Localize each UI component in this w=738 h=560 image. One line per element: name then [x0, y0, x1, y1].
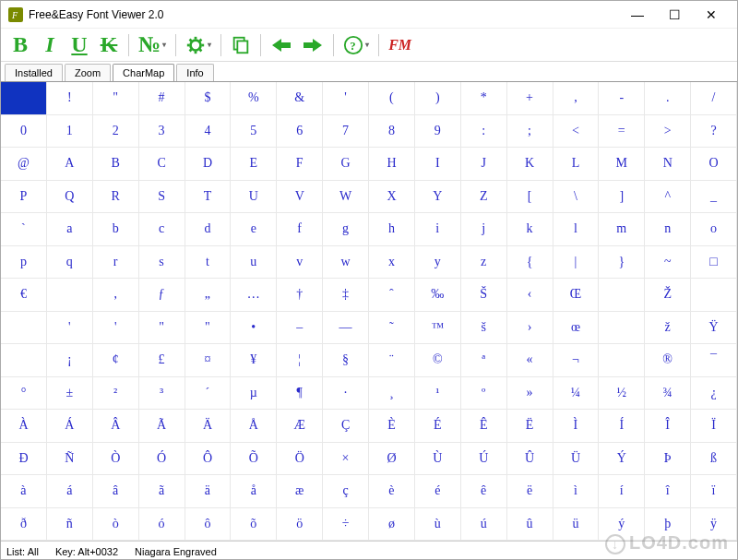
char-cell[interactable]: f — [277, 213, 323, 246]
char-cell[interactable]: G — [323, 148, 369, 181]
char-cell[interactable]: / — [691, 82, 737, 115]
char-cell[interactable]: Ÿ — [691, 312, 737, 345]
char-cell[interactable]: À — [1, 410, 47, 443]
char-cell[interactable]: ~ — [645, 246, 691, 280]
char-cell[interactable]: å — [231, 475, 277, 508]
strike-button[interactable]: K — [95, 31, 123, 59]
char-cell[interactable]: Ì — [554, 410, 600, 443]
char-cell[interactable]: N — [645, 148, 691, 181]
char-cell[interactable]: O — [691, 148, 737, 181]
char-cell[interactable]: = — [599, 115, 645, 149]
char-cell[interactable]: < — [554, 115, 600, 149]
char-cell[interactable]: ± — [47, 377, 93, 411]
char-cell[interactable]: ' — [93, 312, 139, 345]
char-cell[interactable] — [691, 279, 737, 312]
char-cell[interactable]: A — [47, 148, 93, 181]
char-cell[interactable]: : — [461, 115, 507, 149]
char-cell[interactable]: ­ — [599, 344, 645, 377]
char-cell[interactable]: â — [93, 475, 139, 508]
char-cell[interactable]: J — [461, 148, 507, 181]
char-cell[interactable]: r — [93, 246, 139, 280]
char-cell[interactable]: õ — [231, 508, 277, 542]
char-cell[interactable]: Î — [645, 410, 691, 443]
char-cell[interactable]: ª — [461, 344, 507, 377]
char-cell[interactable]: + — [507, 82, 554, 115]
char-cell[interactable]: ò — [93, 508, 139, 542]
char-cell[interactable]: † — [277, 279, 323, 312]
next-button[interactable] — [298, 31, 327, 59]
prev-button[interactable] — [267, 31, 296, 59]
char-cell[interactable]: Þ — [645, 443, 691, 476]
char-cell[interactable]: þ — [645, 508, 691, 542]
char-cell[interactable]: - — [599, 82, 645, 115]
char-cell[interactable]: í — [599, 475, 645, 508]
underline-button[interactable]: U — [65, 31, 93, 59]
char-cell[interactable]: Â — [93, 410, 139, 443]
char-cell[interactable]: 4 — [185, 115, 232, 149]
char-cell[interactable]: è — [369, 475, 415, 508]
char-cell[interactable]: Õ — [231, 443, 277, 476]
char-cell[interactable]: ¶ — [277, 377, 323, 411]
char-cell[interactable]: « — [507, 344, 554, 377]
char-cell[interactable]: ã — [139, 475, 185, 508]
char-cell[interactable]: ‚ — [93, 279, 139, 312]
char-cell[interactable]: º — [461, 377, 507, 411]
char-cell[interactable]: • — [231, 312, 277, 345]
char-cell[interactable]: à — [1, 475, 47, 508]
char-cell[interactable]: y — [415, 246, 461, 280]
char-cell[interactable]: } — [599, 246, 645, 280]
char-cell[interactable]: © — [415, 344, 461, 377]
maximize-button[interactable]: ☐ — [656, 2, 693, 28]
char-cell[interactable]: ¯ — [691, 344, 737, 377]
char-cell[interactable]: ç — [323, 475, 369, 508]
char-cell[interactable]: B — [93, 148, 139, 181]
char-cell[interactable]: § — [323, 344, 369, 377]
char-cell[interactable]: æ — [277, 475, 323, 508]
char-cell[interactable]: V — [277, 181, 323, 214]
char-cell[interactable]: e — [231, 213, 277, 246]
char-cell[interactable]: ¦ — [277, 344, 323, 377]
char-cell[interactable]: S — [139, 181, 185, 214]
char-cell[interactable]: E — [231, 148, 277, 181]
char-cell[interactable]: ¤ — [185, 344, 232, 377]
char-cell[interactable]: ó — [139, 508, 185, 542]
char-cell[interactable]: ? — [691, 115, 737, 149]
char-cell[interactable]: ƒ — [139, 279, 185, 312]
char-cell[interactable]: Ð — [1, 443, 47, 476]
char-cell[interactable]: ô — [185, 508, 232, 542]
char-cell[interactable]: q — [47, 246, 93, 280]
char-cell[interactable]: ¸ — [369, 377, 415, 411]
char-cell[interactable] — [1, 312, 47, 345]
char-cell[interactable]: h — [369, 213, 415, 246]
char-cell[interactable]: X — [369, 181, 415, 214]
char-cell[interactable]: K — [507, 148, 554, 181]
char-cell[interactable]: Å — [231, 410, 277, 443]
char-cell[interactable]: û — [507, 508, 554, 542]
char-cell[interactable]: ³ — [139, 377, 185, 411]
char-cell[interactable]: œ — [554, 312, 600, 345]
char-cell[interactable]: Û — [507, 443, 554, 476]
char-cell[interactable]: x — [369, 246, 415, 280]
char-cell[interactable]: @ — [1, 148, 47, 181]
char-cell[interactable]: ™ — [415, 312, 461, 345]
char-cell[interactable]: ˆ — [369, 279, 415, 312]
tab-charmap[interactable]: CharMap — [113, 64, 174, 81]
char-cell[interactable]: v — [277, 246, 323, 280]
char-cell[interactable]: m — [599, 213, 645, 246]
char-cell[interactable]: & — [277, 82, 323, 115]
char-cell[interactable]: ' — [47, 312, 93, 345]
char-cell[interactable]: î — [645, 475, 691, 508]
char-cell[interactable]: U — [231, 181, 277, 214]
char-cell[interactable]: ð — [1, 508, 47, 542]
char-cell[interactable]: Ô — [185, 443, 232, 476]
char-cell[interactable]: ' — [323, 82, 369, 115]
char-cell[interactable]: Š — [461, 279, 507, 312]
char-cell[interactable]: Z — [461, 181, 507, 214]
char-cell[interactable]: ÿ — [691, 508, 737, 542]
char-cell[interactable]: € — [1, 279, 47, 312]
char-cell[interactable]: \ — [554, 181, 600, 214]
char-cell[interactable]: M — [599, 148, 645, 181]
char-cell[interactable]: · — [323, 377, 369, 411]
settings-button[interactable]: ▾ — [182, 31, 215, 59]
char-cell[interactable]: ; — [507, 115, 554, 149]
